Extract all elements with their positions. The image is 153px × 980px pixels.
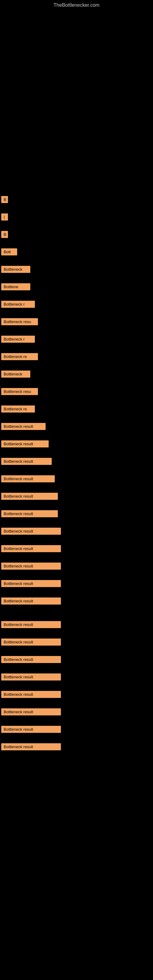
bar-row: Bottleneck resu — [1, 317, 153, 327]
bar-row: Bottleneck — [1, 264, 153, 275]
bar-row: B — [1, 229, 153, 240]
bottleneck-bar: Bottleneck result — [1, 475, 55, 482]
bar-row: Bottleneck result — [1, 561, 153, 571]
bottleneck-bar: B — [1, 231, 8, 238]
bar-row: Bottleneck r — [1, 299, 153, 310]
bar-row-2354: Bottleneck result — [1, 596, 153, 606]
bar-row: Bottleneck result — [1, 474, 153, 484]
bar-row: Bottleneck r — [1, 334, 153, 345]
bottleneck-bar: Bottleneck result — [1, 528, 61, 535]
bar-row: Bottleneck — [1, 369, 153, 379]
bottleneck-bar: Bottleneck result — [1, 708, 61, 715]
bar-row-2796: Bottleneck result — [1, 671, 153, 682]
bottleneck-bar: Bottleneck re — [1, 406, 35, 412]
bottleneck-bar: Bottleneck — [1, 266, 30, 273]
bottleneck-bar: Bottleneck result — [1, 726, 61, 733]
bar-row: Bottleneck result — [1, 526, 153, 536]
bottleneck-bar: Bottlene — [1, 283, 30, 290]
bar-row: Bottleneck result — [1, 543, 153, 554]
bar-row-2530: Bottleneck result — [1, 619, 153, 630]
bottleneck-bar: Bottleneck re — [1, 353, 38, 360]
bar-row: Bottleneck result — [1, 439, 153, 449]
bar-row: Bottleneck re — [1, 404, 153, 414]
bottleneck-bar: Bottleneck result — [1, 563, 61, 570]
bottleneck-bar: Bottleneck result — [1, 691, 61, 698]
bar-row-2972: Bottleneck result — [1, 706, 153, 717]
bar-row: Bott — [1, 247, 153, 257]
bottleneck-bar: Bottleneck resu — [1, 388, 38, 395]
bottleneck-bar: Bottleneck — [1, 371, 30, 378]
bottleneck-bar: Bottleneck result — [1, 580, 61, 587]
site-title: TheBottlenecker.com — [0, 0, 153, 10]
bar-row-2882: Bottleneck result — [1, 689, 153, 700]
bottleneck-bar: Bottleneck result — [1, 598, 61, 605]
bottleneck-bar: Bottleneck result — [1, 423, 46, 430]
bar-row: Bottleneck result — [1, 456, 153, 467]
bar-row-3059: Bottleneck result — [1, 724, 153, 735]
bottleneck-bar: Bottleneck r — [1, 301, 35, 308]
bottleneck-bar: Bottleneck result — [1, 638, 61, 646]
bottleneck-bar: | — [1, 213, 8, 221]
bars-container: B | B Bott Bottleneck Bottlene Bottlenec… — [0, 194, 153, 752]
bottleneck-bar: Bottleneck result — [1, 458, 52, 465]
bar-row-2705: Bottleneck result — [1, 654, 153, 665]
bottleneck-bar: B — [1, 196, 8, 203]
bottleneck-bar: Bott — [1, 248, 17, 255]
bottleneck-bar: Bottleneck result — [1, 545, 61, 552]
bar-row-3147: Bottleneck result — [1, 741, 153, 752]
bar-row: Bottlene — [1, 282, 153, 292]
bar-row: Bottleneck resu — [1, 386, 153, 397]
bottleneck-bar: Bottleneck result — [1, 510, 58, 517]
bar-row: Bottleneck result — [1, 421, 153, 432]
bar-row: Bottleneck result — [1, 578, 153, 589]
bottleneck-bar: Bottleneck result — [1, 493, 58, 500]
bottleneck-bar: Bottleneck result — [1, 673, 61, 681]
bar-row: Bottleneck re — [1, 351, 153, 362]
bar-row: Bottleneck result — [1, 508, 153, 519]
bottleneck-bar: Bottleneck r — [1, 336, 35, 343]
bottleneck-bar: Bottleneck resu — [1, 318, 38, 325]
bar-row: Bottleneck result — [1, 491, 153, 502]
bottleneck-bar: Bottleneck result — [1, 743, 61, 750]
bar-row: Bottleneck result — [1, 637, 153, 648]
bar-row: B — [1, 194, 153, 205]
bottleneck-bar: Bottleneck result — [1, 621, 61, 628]
bottleneck-bar: Bottleneck result — [1, 656, 61, 663]
bar-row: | — [1, 212, 153, 222]
bottleneck-bar: Bottleneck result — [1, 441, 49, 447]
